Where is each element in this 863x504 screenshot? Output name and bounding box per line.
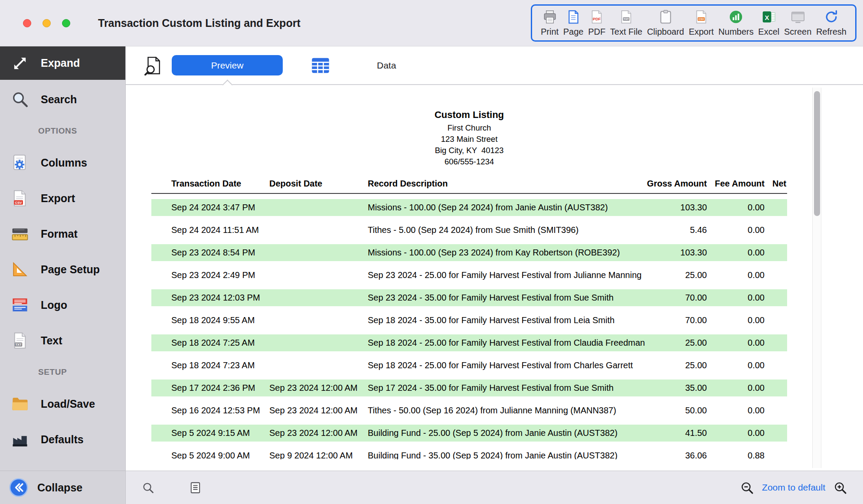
sidebar-item-columns[interactable]: Columns: [0, 145, 125, 180]
cell-transaction-date: Sep 24 2024 11:51 AM: [171, 225, 269, 235]
toolbar-label: Page: [563, 27, 584, 37]
cell-description: Missions - 100.00 (Sep 23 2024) from Kay…: [368, 248, 641, 258]
cell-transaction-date: Sep 23 2024 8:54 PM: [171, 248, 269, 258]
zoom-window-button[interactable]: [62, 19, 70, 27]
cell-fee-amount: 0.00: [707, 360, 765, 370]
zoom-in-icon[interactable]: [833, 481, 847, 495]
tab-data-label: Data: [377, 60, 396, 71]
toolbar-clipboard-button[interactable]: Clipboard: [647, 9, 684, 37]
ruler-pencil-icon: [10, 225, 29, 243]
toolbar-refresh-button[interactable]: Refresh: [816, 9, 847, 37]
refresh-icon: [824, 9, 839, 25]
table-row: Sep 18 2024 7:25 AM Sep 18 2024 - 25.00 …: [151, 334, 787, 351]
cell-fee-amount: 0.00: [707, 315, 765, 325]
numbers-app-icon: [728, 9, 744, 25]
col-transaction-date: Transaction Date: [171, 179, 269, 189]
sidebar-item-page-setup[interactable]: Page Setup: [0, 252, 125, 287]
window-title: Transaction Custom Listing and Export: [98, 17, 301, 29]
close-window-button[interactable]: [23, 19, 31, 27]
main-panel: Preview Data Custom Listing First Church…: [126, 46, 863, 504]
cell-description: Sep 23 2024 - 35.00 for Family Harvest F…: [368, 293, 641, 303]
cell-description: Tithes - 5.00 (Sep 24 2024) from Sue Smi…: [368, 225, 641, 235]
cell-fee-amount: 0.00: [707, 225, 765, 235]
sidebar-item-label: Text: [41, 334, 62, 347]
cell-fee-amount: 0.00: [707, 293, 765, 303]
notes-page-icon[interactable]: [189, 481, 202, 494]
svg-text:PDF: PDF: [593, 17, 601, 21]
cell-gross-amount: 103.30: [641, 248, 707, 258]
sidebar-item-export[interactable]: CSV Export: [0, 180, 125, 216]
minimize-window-button[interactable]: [42, 19, 51, 27]
cell-deposit-date: Sep 23 2024 12:00 AM: [269, 406, 368, 416]
table-row: Sep 23 2024 12:03 PM Sep 23 2024 - 35.00…: [151, 289, 787, 306]
pdf-file-icon: PDF: [589, 9, 605, 25]
cell-fee-amount: 0.00: [707, 203, 765, 213]
sidebar-item-text[interactable]: TXT Text: [0, 323, 125, 358]
toolbar-textfile-button[interactable]: TXT Text File: [610, 9, 642, 37]
toolbar-label: Print: [541, 27, 559, 37]
collapse-icon: [9, 478, 29, 497]
sidebar-collapse-button[interactable]: Collapse: [0, 471, 125, 504]
cell-transaction-date: Sep 24 2024 3:47 PM: [171, 203, 269, 213]
page-icon: [566, 9, 581, 25]
tab-preview[interactable]: Preview: [172, 55, 283, 75]
sidebar-item-logo[interactable]: Logo: [0, 287, 125, 323]
sidebar-item-label: Format: [41, 228, 78, 240]
cell-transaction-date: Sep 5 2024 9:00 AM: [171, 451, 269, 461]
org-city: Big City, KY 40123: [151, 145, 787, 156]
toolbar-screen-button[interactable]: Screen: [784, 9, 811, 37]
sidebar-item-load-save[interactable]: Load/Save: [0, 386, 125, 422]
toolbar-excel-button[interactable]: X Excel: [758, 9, 779, 37]
sidebar-expand-button[interactable]: Expand: [0, 46, 125, 80]
csv-file-icon: CSV: [693, 9, 709, 25]
cell-fee-amount: 0.00: [707, 338, 765, 348]
cell-description: Building Fund - 25.00 (Sep 5 2024) from …: [368, 428, 641, 438]
sidebar-item-search[interactable]: Search: [0, 82, 125, 117]
cell-fee-amount: 0.00: [707, 248, 765, 258]
text-file-icon: TXT: [618, 9, 634, 25]
tab-preview-label: Preview: [211, 60, 244, 71]
collapse-label: Collapse: [37, 481, 82, 494]
table-row: Sep 5 2024 9:15 AM Sep 23 2024 12:00 AM …: [151, 425, 787, 442]
sidebar-section-setup: SETUP: [0, 358, 125, 386]
sidebar-item-label: Export: [41, 192, 75, 205]
vertical-scrollbar[interactable]: [812, 88, 821, 468]
report-org-block: First Church 123 Main Street Big City, K…: [151, 122, 787, 167]
cell-gross-amount: 25.00: [641, 360, 707, 370]
expand-label: Expand: [41, 57, 80, 69]
report-preview: Custom Listing First Church 123 Main Str…: [126, 85, 863, 471]
zoom-to-default-link[interactable]: Zoom to default: [762, 482, 825, 493]
org-phone: 606/555-1234: [151, 156, 787, 167]
cell-deposit-date: Sep 23 2024 12:00 AM: [269, 383, 368, 393]
toolbar-pdf-button[interactable]: PDF PDF: [588, 9, 605, 37]
tab-data[interactable]: Data: [311, 56, 396, 75]
set-square-icon: [10, 260, 29, 278]
cell-transaction-date: Sep 18 2024 9:55 AM: [171, 315, 269, 325]
toolbar-print-button[interactable]: Print: [541, 9, 559, 37]
cell-gross-amount: 35.00: [641, 383, 707, 393]
magnifier-tool-icon[interactable]: [141, 481, 155, 494]
titlebar: Transaction Custom Listing and Export Pr…: [0, 0, 863, 46]
cell-description: Sep 18 2024 - 25.00 for Family Harvest F…: [368, 338, 641, 348]
cell-description: Sep 18 2024 - 35.00 for Family Harvest F…: [368, 315, 641, 325]
sidebar-item-defaults[interactable]: Defaults: [0, 422, 125, 457]
cell-description: Sep 17 2024 - 35.00 for Family Harvest F…: [368, 383, 641, 393]
expand-icon: [10, 54, 29, 72]
toolbar-label: Clipboard: [647, 27, 684, 37]
table-header-row: Transaction Date Deposit Date Record Des…: [151, 179, 787, 194]
table-row: Sep 17 2024 2:36 PM Sep 23 2024 12:00 AM…: [151, 380, 787, 396]
cell-transaction-date: Sep 23 2024 12:03 PM: [171, 293, 269, 303]
toolbar-numbers-button[interactable]: Numbers: [719, 9, 754, 37]
table-row: Sep 23 2024 8:54 PM Missions - 100.00 (S…: [151, 244, 787, 261]
toolbar-page-button[interactable]: Page: [563, 9, 584, 37]
cell-fee-amount: 0.00: [707, 270, 765, 280]
report-document: Custom Listing First Church 123 Main Str…: [151, 109, 787, 464]
zoom-out-icon[interactable]: [740, 481, 754, 495]
toolbar-export-button[interactable]: CSV Export: [689, 9, 714, 37]
preview-doc-icon: [143, 56, 163, 75]
scrollbar-thumb[interactable]: [814, 91, 820, 216]
sidebar-item-format[interactable]: Format: [0, 216, 125, 252]
printer-icon: [542, 9, 558, 25]
cell-gross-amount: 70.00: [641, 293, 707, 303]
toolbar-label: Text File: [610, 27, 642, 37]
